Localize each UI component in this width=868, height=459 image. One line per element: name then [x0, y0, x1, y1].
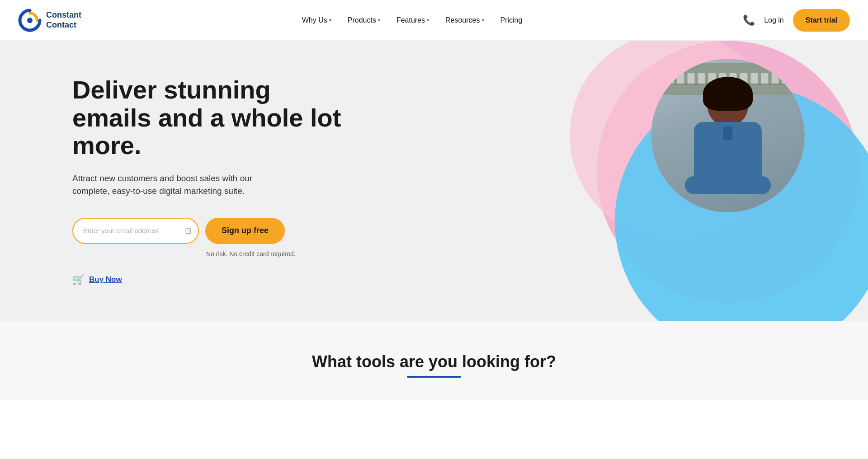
nav-item-resources[interactable]: Resources ▾: [439, 13, 490, 28]
start-trial-button[interactable]: Start trial: [793, 9, 850, 32]
nav-item-features[interactable]: Features ▾: [390, 13, 435, 28]
cart-icon: 🛒: [72, 274, 85, 286]
hero-visual: [552, 41, 868, 321]
nav-item-products[interactable]: Products ▾: [341, 13, 387, 28]
login-link[interactable]: Log in: [764, 16, 784, 24]
hero-subtitle: Attract new customers and boost sales wi…: [72, 172, 289, 198]
email-form: ⊟ Sign up free: [72, 218, 344, 244]
email-input[interactable]: [72, 218, 199, 244]
chevron-down-icon: ▾: [378, 18, 380, 23]
nav-item-whyus[interactable]: Why Us ▾: [296, 13, 338, 28]
hero-title: Deliver stunning emails and a whole lot …: [72, 76, 344, 159]
nav-center: Why Us ▾ Products ▾ Features ▾ Resources…: [296, 13, 529, 28]
nav-right: 📞 Log in Start trial: [743, 9, 850, 32]
svg-point-1: [27, 18, 33, 23]
below-hero-title: What tools are you looking for?: [18, 352, 850, 371]
chevron-down-icon: ▾: [329, 18, 331, 23]
buy-now-wrap: 🛒 Buy Now: [72, 274, 344, 286]
hero-content: Deliver stunning emails and a whole lot …: [72, 76, 344, 286]
hero-section: Deliver stunning emails and a whole lot …: [0, 41, 868, 321]
chevron-down-icon: ▾: [482, 18, 484, 23]
chevron-down-icon: ▾: [427, 18, 429, 23]
phone-icon[interactable]: 📞: [743, 14, 755, 26]
logo[interactable]: ConstantContact: [18, 9, 81, 32]
buy-now-link[interactable]: Buy Now: [89, 275, 122, 284]
nav-item-pricing[interactable]: Pricing: [494, 13, 529, 28]
below-hero-section: What tools are you looking for?: [0, 321, 868, 400]
signup-button[interactable]: Sign up free: [205, 218, 285, 244]
blue-underline: [407, 376, 461, 378]
navbar: ConstantContact Why Us ▾ Products ▾ Feat…: [0, 0, 868, 41]
logo-text: ConstantContact: [46, 10, 81, 30]
logo-icon: [18, 9, 42, 32]
email-input-wrap: ⊟: [72, 218, 199, 244]
no-risk-text: No risk. No credit card required.: [206, 250, 344, 258]
email-icon: ⊟: [185, 226, 192, 236]
hero-photo: [651, 59, 805, 212]
